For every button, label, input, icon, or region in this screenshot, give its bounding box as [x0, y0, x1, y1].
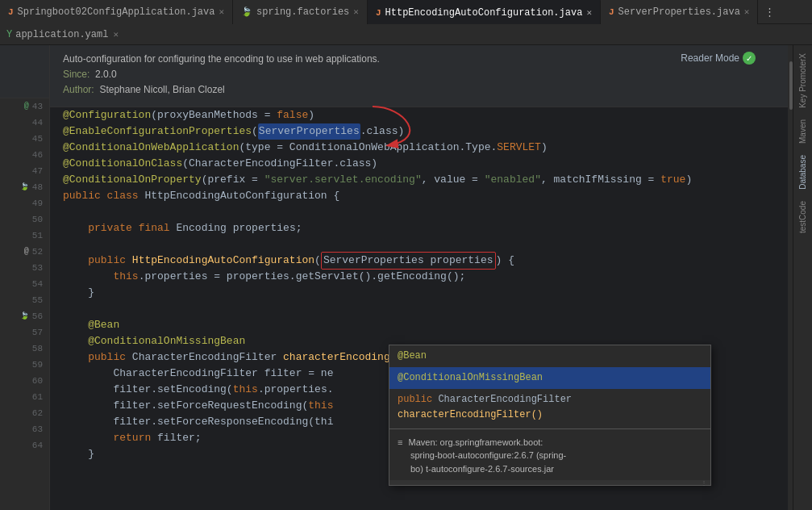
- reader-mode-check-icon: ✓: [743, 52, 756, 65]
- tab-serverproperties[interactable]: J ServerProperties.java ✕: [601, 0, 758, 24]
- code-line-43: @Configuration(proxyBeanMethods = false): [50, 107, 788, 123]
- line-61: 61: [0, 389, 49, 405]
- tab-close-3[interactable]: ✕: [586, 7, 592, 18]
- line-63: 63: [0, 421, 49, 437]
- line-48: 🍃 48: [0, 179, 49, 195]
- code-line-49: [50, 204, 788, 220]
- code-line-48: public class HttpEncodingAutoConfigurati…: [50, 188, 788, 204]
- sidebar-maven[interactable]: Maven: [797, 115, 809, 148]
- file-close-button[interactable]: ✕: [113, 29, 119, 40]
- line-45: 45: [0, 131, 49, 147]
- ac-item-conditional[interactable]: @ConditionalOnMissingBean: [389, 367, 710, 389]
- line-53: 53: [0, 260, 49, 276]
- code-line-54: }: [50, 285, 788, 301]
- javadoc-author: Author: Stephane Nicoll, Brian Clozel: [63, 82, 775, 98]
- code-line-51: [50, 236, 788, 253]
- right-sidebar: Key PromoterX Maven Database testCode: [793, 45, 812, 510]
- tab-label-1: Springboot02ConfigApplication.java: [18, 6, 215, 18]
- sidebar-testcode[interactable]: testCode: [797, 196, 809, 238]
- code-line-47: @ConditionalOnProperty(prefix = "server.…: [50, 172, 788, 188]
- scroll-indicator[interactable]: [788, 45, 793, 510]
- line-60: 60: [0, 373, 49, 389]
- file-bar: Y application.yaml ✕: [0, 24, 812, 45]
- scroll-thumb: [789, 61, 793, 110]
- at-gutter-52: @: [24, 244, 29, 260]
- at-gutter-icon-43: @: [24, 98, 29, 115]
- tab-bar: J Springboot02ConfigApplication.java ✕ 🍃…: [0, 0, 812, 24]
- code-line-56: @Bean: [50, 317, 788, 333]
- code-line-55: [50, 301, 788, 317]
- code-line-45: @ConditionalOnWebApplication(type = Cond…: [50, 140, 788, 156]
- tab-overflow-button[interactable]: ⋮: [758, 6, 781, 19]
- highlighted-server-properties: ServerProperties properties: [321, 252, 496, 270]
- line-64: 64: [0, 437, 49, 454]
- code-line-53: this.properties = properties.getServlet(…: [50, 269, 788, 285]
- code-editor[interactable]: Auto-configuration for configuring the e…: [50, 45, 788, 510]
- file-name-label: application.yaml: [15, 29, 108, 40]
- line-47: 47: [0, 163, 49, 179]
- line-55: 55: [0, 292, 49, 308]
- line-62: 62: [0, 405, 49, 421]
- code-line-50: private final Encoding properties;: [50, 220, 788, 236]
- tab-label-4: ServerProperties.java: [618, 6, 740, 18]
- code-line-52: public HttpEncodingAutoConfiguration(Ser…: [50, 253, 788, 269]
- line-46: 46: [0, 147, 49, 163]
- line-59: 59: [0, 357, 49, 373]
- autocomplete-popup[interactable]: @Bean @ConditionalOnMissingBean public C…: [389, 345, 711, 486]
- code-line-46: @ConditionalOnClass(CharacterEncodingFil…: [50, 156, 788, 172]
- line-52: @ 52: [0, 244, 49, 260]
- line-54: 54: [0, 276, 49, 292]
- gutter: @ 43 44 45 46 47 🍃 48 49 50 51 @ 52 53 5…: [0, 45, 50, 510]
- line-58: 58: [0, 341, 49, 357]
- javadoc-since: Since: 2.0.0: [63, 67, 775, 82]
- java-icon-4: J: [609, 7, 614, 17]
- reader-mode-label: Reader Mode: [681, 52, 739, 64]
- bean-gutter-56: 🍃: [20, 308, 29, 324]
- line-50: 50: [0, 211, 49, 228]
- line-49: 49: [0, 195, 49, 211]
- ac-resize-handle[interactable]: ⋮: [389, 480, 710, 485]
- tab-close-4[interactable]: ✕: [744, 6, 750, 17]
- ac-maven-line1: Maven: org.springframework.boot:: [408, 437, 543, 447]
- ac-item-method[interactable]: public CharacterEncodingFilter character…: [389, 389, 710, 426]
- javadoc-info-box: Auto-configuration for configuring the e…: [50, 45, 788, 107]
- tab-spring-factories[interactable]: 🍃 spring.factories ✕: [233, 0, 368, 24]
- bean-icon-48: 🍃: [20, 179, 29, 195]
- tab-close-1[interactable]: ✕: [219, 6, 224, 17]
- ac-detail-icon: ≡: [398, 437, 402, 447]
- sidebar-database[interactable]: Database: [797, 150, 809, 194]
- java-icon-3: J: [376, 8, 381, 18]
- yaml-icon: Y: [6, 29, 12, 40]
- ac-maven-line3: bo) t-autoconfigure-2.6.7-sources.jar: [410, 464, 554, 474]
- line-57: 57: [0, 324, 49, 341]
- factories-icon: 🍃: [241, 6, 252, 17]
- ac-item-bean[interactable]: @Bean: [389, 345, 710, 367]
- line-56: 🍃 56: [0, 308, 49, 324]
- code-line-44: @EnableConfigurationProperties(ServerPro…: [50, 123, 788, 140]
- sidebar-key-promoter[interactable]: Key PromoterX: [797, 48, 809, 113]
- tab-springboot02config[interactable]: J Springboot02ConfigApplication.java ✕: [0, 0, 233, 24]
- tab-label-2: spring.factories: [256, 6, 349, 18]
- java-icon-1: J: [8, 7, 14, 17]
- ac-resize-icon: ⋮: [701, 479, 707, 487]
- line-44: 44: [0, 115, 49, 131]
- tab-close-2[interactable]: ✕: [353, 6, 359, 17]
- line-43: @ 43: [0, 98, 49, 115]
- tab-label-3: HttpEncodingAutoConfiguration.java: [385, 7, 583, 19]
- tab-httpencodingautoconfig[interactable]: J HttpEncodingAutoConfiguration.java ✕: [368, 0, 601, 24]
- line-51: 51: [0, 228, 49, 244]
- main-area: @ 43 44 45 46 47 🍃 48 49 50 51 @ 52 53 5…: [0, 45, 812, 510]
- ac-detail: ≡ Maven: org.springframework.boot: sprin…: [389, 431, 710, 481]
- ac-separator: [389, 428, 710, 429]
- javadoc-description: Auto-configuration for configuring the e…: [63, 52, 775, 67]
- reader-mode-button[interactable]: Reader Mode ✓: [681, 52, 756, 65]
- ac-maven-line2: spring-boot-autoconfigure:2.6.7 (spring-: [410, 450, 566, 460]
